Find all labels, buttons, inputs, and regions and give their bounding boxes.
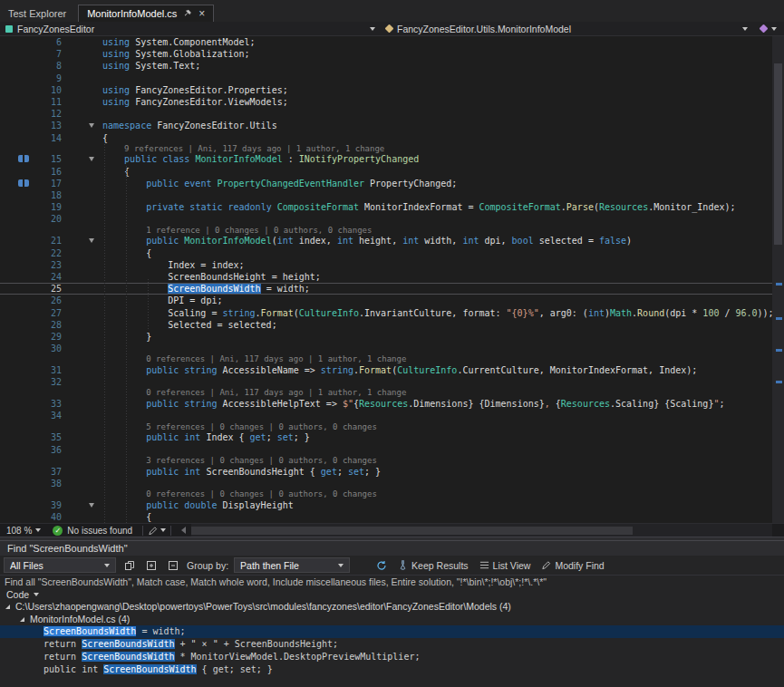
glyph-margin[interactable]: [0, 120, 33, 131]
keep-results-button[interactable]: Keep Results: [395, 560, 470, 571]
fold-margin[interactable]: [62, 48, 102, 60]
code-line[interactable]: 18: [0, 189, 784, 201]
glyph-margin[interactable]: [0, 444, 33, 456]
code-line[interactable]: 14{: [0, 132, 784, 144]
code-line[interactable]: 8using System.Text;: [0, 60, 784, 72]
glyph-margin[interactable]: [0, 189, 33, 201]
glyph-margin[interactable]: [0, 376, 33, 388]
fold-margin[interactable]: [62, 132, 102, 144]
code-line[interactable]: 15 public class MonitorInfoModel : INoti…: [0, 153, 784, 165]
glyph-margin[interactable]: [0, 398, 33, 410]
code-line[interactable]: 31 public string AccessibleName => strin…: [0, 364, 784, 376]
close-icon[interactable]: ×: [198, 9, 205, 18]
glyph-margin[interactable]: [0, 478, 33, 489]
code-line[interactable]: 27 Scaling = string.Format(CultureInfo.I…: [0, 307, 784, 319]
project-dropdown[interactable]: FancyZonesEditor: [0, 22, 381, 36]
code-line[interactable]: 10using FancyZonesEditor.Properties;: [0, 84, 784, 96]
fold-margin[interactable]: [62, 108, 102, 120]
code-line[interactable]: 9: [0, 73, 784, 84]
codelens-label[interactable]: 9 references | Ani, 117 days ago | 1 aut…: [102, 144, 784, 154]
chevron-down-icon[interactable]: [160, 528, 166, 532]
fold-margin[interactable]: [62, 201, 102, 213]
glyph-margin[interactable]: [0, 108, 33, 120]
codelens-label[interactable]: 0 references | Ani, 117 days ago | 1 aut…: [102, 388, 784, 398]
scroll-left-icon[interactable]: [181, 527, 186, 534]
glyph-margin[interactable]: [0, 178, 33, 189]
fold-margin[interactable]: [62, 499, 102, 511]
code-line[interactable]: 33 public string AccessibleHelpText => $…: [0, 398, 784, 410]
fold-margin[interactable]: [62, 478, 102, 489]
fold-margin[interactable]: [62, 84, 102, 96]
collapse-chevron-icon[interactable]: [89, 503, 94, 508]
document-health-indicator[interactable]: ✓ No issues found: [47, 526, 138, 536]
fold-margin[interactable]: [62, 259, 102, 271]
codelens-label[interactable]: 5 references | 0 changes | 0 authors, 0 …: [102, 422, 784, 432]
collapse-chevron-icon[interactable]: [89, 123, 94, 128]
code-line[interactable]: 28 Selected = selected;: [0, 319, 784, 331]
glyph-margin[interactable]: [0, 343, 33, 354]
zoom-control[interactable]: 108 %: [0, 526, 47, 536]
code-line[interactable]: 29 }: [0, 331, 784, 343]
fold-margin[interactable]: [62, 376, 102, 388]
expander-open-icon[interactable]: [20, 617, 24, 622]
find-result-row[interactable]: return ScreenBoundsWidth * MonitorViewMo…: [0, 651, 784, 663]
code-line[interactable]: 25 ScreenBoundsWidth = width;: [0, 283, 784, 295]
glyph-margin[interactable]: [0, 271, 33, 283]
glyph-margin[interactable]: [0, 511, 33, 523]
code-line[interactable]: 24 ScreenBoundsHeight = height;: [0, 271, 784, 283]
fold-margin[interactable]: [62, 120, 102, 131]
glyph-margin[interactable]: [0, 295, 33, 306]
glyph-margin[interactable]: [0, 259, 33, 271]
fold-margin[interactable]: [62, 431, 102, 443]
fold-margin[interactable]: [62, 189, 102, 201]
fold-margin[interactable]: [62, 466, 102, 478]
fold-margin[interactable]: [62, 235, 102, 247]
code-line[interactable]: 17 public event PropertyChangedEventHand…: [0, 178, 784, 189]
result-file-row[interactable]: MonitorInfoModel.cs (4): [0, 613, 784, 625]
result-path-row[interactable]: C:\Users\zhaopengwang\Desktop\powertoys\…: [0, 600, 784, 613]
fold-margin[interactable]: [62, 96, 102, 108]
collapse-chevron-icon[interactable]: [89, 238, 94, 243]
codelens-label[interactable]: 1 reference | 0 changes | 0 authors, 0 c…: [102, 226, 784, 236]
glyph-margin[interactable]: [0, 73, 33, 84]
fold-margin[interactable]: [62, 444, 102, 456]
copy-results-icon[interactable]: [121, 557, 138, 574]
glyph-margin[interactable]: [0, 235, 33, 247]
code-line[interactable]: 7using System.Globalization;: [0, 48, 784, 60]
code-line[interactable]: 13namespace FancyZonesEditor.Utils: [0, 120, 784, 131]
code-line[interactable]: 34: [0, 410, 784, 421]
fold-margin[interactable]: [62, 331, 102, 343]
code-line[interactable]: 40 {: [0, 511, 784, 523]
tab-test-explorer[interactable]: Test Explorer: [0, 5, 74, 22]
code-line[interactable]: 30: [0, 343, 784, 354]
fold-margin[interactable]: [62, 166, 102, 178]
code-line[interactable]: 19 private static readonly CompositeForm…: [0, 201, 784, 213]
code-line[interactable]: 22 {: [0, 247, 784, 259]
glyph-margin[interactable]: [0, 499, 33, 511]
fold-margin[interactable]: [62, 213, 102, 225]
glyph-margin[interactable]: [0, 60, 33, 72]
fold-margin[interactable]: [62, 60, 102, 72]
fold-margin[interactable]: [62, 319, 102, 331]
horizontal-scrollbar[interactable]: [191, 524, 772, 537]
fold-margin[interactable]: [62, 178, 102, 189]
codelens-label[interactable]: 0 references | Ani, 117 days ago | 1 aut…: [102, 354, 784, 364]
tab-monitorinfomodel[interactable]: MonitorInfoModel.cs ×: [78, 5, 214, 22]
fold-margin[interactable]: [62, 343, 102, 354]
fold-margin[interactable]: [62, 283, 102, 295]
code-line[interactable]: 38: [0, 478, 784, 489]
modify-find-button[interactable]: Modify Find: [538, 560, 606, 571]
fold-margin[interactable]: [62, 511, 102, 523]
type-dropdown[interactable]: FancyZonesEditor.Utils.MonitorInfoModel: [381, 22, 753, 36]
code-line[interactable]: 12: [0, 108, 784, 120]
glyph-margin[interactable]: [0, 307, 33, 319]
code-line[interactable]: 26 DPI = dpi;: [0, 295, 784, 306]
glyph-margin[interactable]: [0, 410, 33, 421]
fold-margin[interactable]: [62, 295, 102, 306]
code-line[interactable]: 32: [0, 376, 784, 388]
fold-margin[interactable]: [62, 153, 102, 165]
fold-margin[interactable]: [62, 73, 102, 84]
fold-margin[interactable]: [62, 307, 102, 319]
glyph-margin[interactable]: [0, 283, 33, 295]
list-view-button[interactable]: List View: [477, 560, 534, 571]
